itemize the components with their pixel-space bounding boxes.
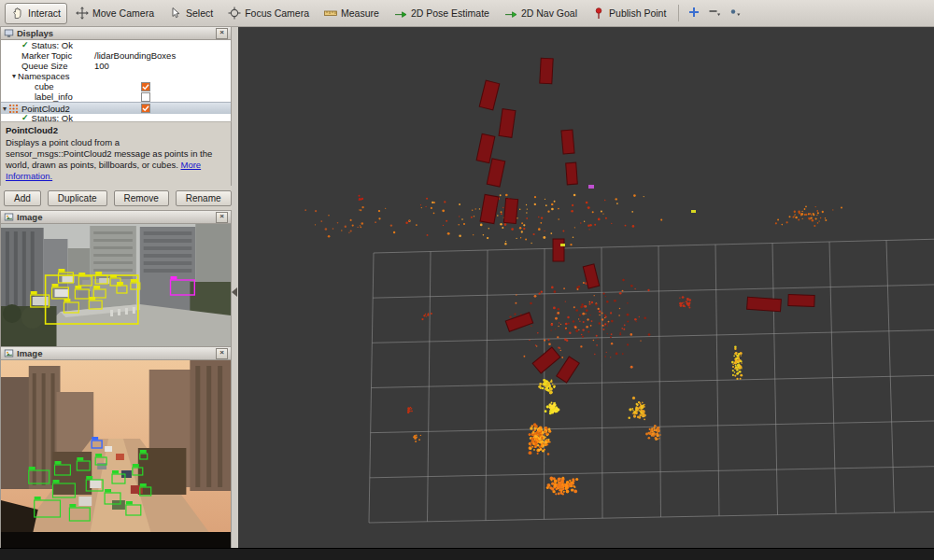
bounding-box-cube: [788, 295, 814, 307]
tool-pose-estimate[interactable]: 2D Pose Estimate: [388, 3, 496, 24]
detection-box: [64, 302, 78, 313]
detection-overlay-2: [1, 360, 231, 552]
tool-measure[interactable]: Measure: [318, 3, 386, 24]
detection-label-tag: [55, 461, 62, 465]
tool-interact[interactable]: Interact: [5, 3, 67, 24]
display-description: PointCloud2 Displays a point cloud from …: [0, 121, 232, 186]
rename-button[interactable]: Rename: [176, 190, 232, 206]
detection-box: [133, 468, 143, 475]
tree-label: Namespaces: [18, 71, 69, 81]
checkbox[interactable]: [141, 91, 150, 102]
detection-box: [31, 295, 50, 307]
tree-row-namespaces[interactable]: ▾Namespaces: [1, 71, 231, 81]
detection-label-tag: [59, 269, 65, 273]
detection-box: [105, 493, 120, 504]
detection-label-tag: [69, 504, 76, 508]
detection-box: [112, 474, 125, 483]
detection-overlay-1: [1, 224, 231, 346]
nav-arrow-icon: [504, 7, 517, 20]
add-button[interactable]: Add: [4, 190, 41, 206]
dot-icon: [729, 6, 742, 21]
detection-label-tag: [53, 480, 60, 483]
tree-row-status-ok[interactable]: ✓Status: Ok: [1, 40, 231, 50]
image-panel-2-header[interactable]: Image ×: [0, 346, 232, 360]
tool-select[interactable]: Select: [163, 3, 219, 24]
tool-add-tool[interactable]: [685, 4, 703, 22]
3d-scene: [238, 26, 934, 560]
detection-label-tag: [140, 450, 147, 454]
tool-move-camera[interactable]: Move Camera: [69, 3, 161, 24]
detection-box: [92, 441, 102, 448]
small-marker: [588, 185, 594, 189]
detection-box: [29, 470, 50, 483]
camera-image-2: [0, 360, 232, 552]
close-icon[interactable]: ×: [216, 28, 228, 39]
display-buttons-row: AddDuplicateRemoveRename: [0, 186, 232, 210]
bounding-box-cube: [583, 264, 599, 288]
checkbox[interactable]: [141, 81, 150, 91]
detection-label-tag: [77, 457, 83, 461]
checkbox[interactable]: [141, 103, 150, 114]
detection-box: [77, 461, 90, 470]
detection-label-tag: [117, 282, 123, 286]
detection-label-tag: [64, 299, 70, 302]
status-ok-icon: ✓: [21, 114, 29, 121]
bounding-box-cube: [505, 313, 532, 332]
displays-panel-header[interactable]: Displays ×: [0, 26, 232, 40]
detection-label-tag: [133, 464, 139, 468]
detection-box: [55, 465, 71, 475]
detection-label-tag: [35, 497, 41, 500]
description-title: PointCloud2: [6, 125, 226, 136]
tool-remove-tool[interactable]: [705, 4, 724, 22]
expander-icon[interactable]: ▾: [3, 104, 7, 114]
image-panel-1-header[interactable]: Image ×: [0, 210, 232, 224]
remove-button[interactable]: Remove: [114, 190, 169, 206]
tool-publish-point[interactable]: Publish Point: [586, 3, 672, 24]
small-marker: [560, 244, 565, 246]
left-panel: Displays × ✓Status: OkMarker Topic/lidar…: [0, 26, 232, 560]
tree-row-queue-size[interactable]: Queue Size100: [1, 61, 231, 71]
tree-label: PointCloud2: [21, 104, 70, 114]
panel-splitter[interactable]: [232, 26, 238, 560]
detection-label-tag: [75, 286, 81, 289]
detection-box: [93, 289, 106, 298]
tree-row-label-info[interactable]: label_info: [1, 91, 231, 102]
bounding-box-cube: [480, 194, 499, 223]
tree-label: Status: Ok: [32, 114, 73, 121]
detection-box: [95, 457, 106, 465]
detection-label-tag: [126, 501, 133, 505]
detection-box: [95, 275, 107, 284]
ground-grid: [369, 239, 934, 523]
toolbar: InteractMove CameraSelectFocus CameraMea…: [0, 0, 934, 27]
3d-viewport[interactable]: [238, 26, 934, 560]
tree-row-pointcloud2[interactable]: ▾PointCloud2: [1, 102, 231, 114]
duplicate-button[interactable]: Duplicate: [48, 190, 107, 206]
close-icon[interactable]: ×: [216, 348, 228, 359]
detection-box: [140, 487, 151, 496]
tree-label: cube: [35, 81, 54, 91]
tool-label: Publish Point: [609, 7, 666, 19]
point-icon: [592, 7, 605, 20]
measure-icon: [324, 7, 337, 20]
tool-tool-properties[interactable]: [726, 4, 744, 22]
expander-icon[interactable]: ▾: [12, 71, 16, 81]
tree-row-marker-topic[interactable]: Marker Topic/lidarBoundingBoxes: [1, 50, 231, 61]
bounding-box-cube: [553, 239, 564, 261]
tree-row-cube[interactable]: cube: [1, 81, 231, 91]
image-panel-1-title: Image: [17, 212, 42, 222]
tree-row-status-ok[interactable]: ✓Status: Ok: [1, 114, 231, 121]
collapse-arrow-icon[interactable]: [232, 287, 237, 297]
detection-label-tag: [95, 272, 102, 275]
detection-label-tag: [86, 476, 92, 480]
bounding-box-cube: [540, 58, 553, 84]
tree-value[interactable]: 100: [94, 61, 109, 71]
toolbar-separator: [678, 5, 679, 21]
tool-nav-goal[interactable]: 2D Nav Goal: [498, 3, 584, 24]
hand-icon: [11, 7, 24, 20]
close-icon[interactable]: ×: [216, 212, 228, 223]
tool-label: 2D Nav Goal: [521, 7, 577, 19]
tree-value[interactable]: /lidarBoundingBoxes: [94, 50, 176, 61]
detection-box: [75, 289, 89, 299]
tool-focus-camera[interactable]: Focus Camera: [221, 3, 316, 24]
bounding-box-cube: [499, 109, 516, 138]
